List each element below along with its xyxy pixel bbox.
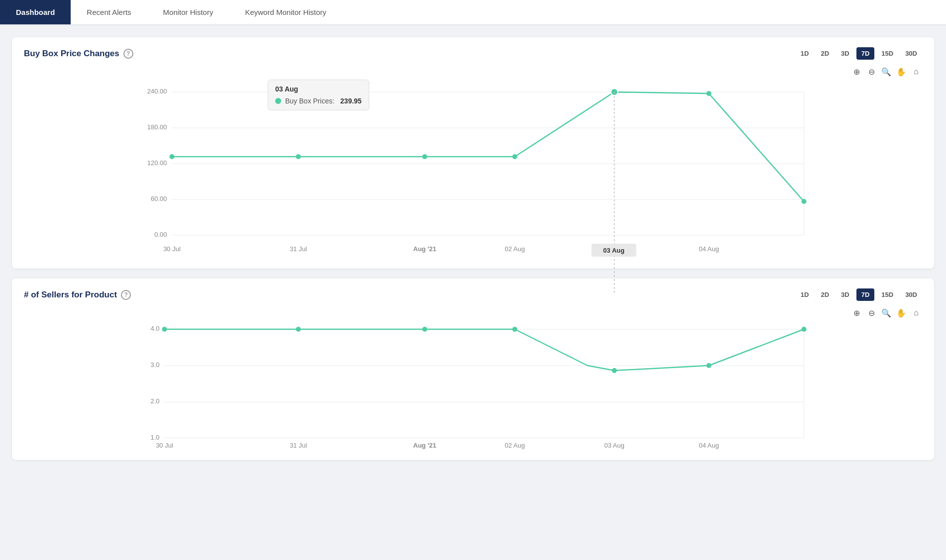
chart1-zoom-out-icon[interactable]: ⊖ [865,66,877,78]
svg-text:2.0: 2.0 [150,397,159,405]
chart1-point-5 [707,91,712,96]
svg-text:30 Jul: 30 Jul [163,245,181,253]
chart2-pan-icon[interactable]: ✋ [895,307,907,319]
chart2-svg-wrap: 4.0 3.0 2.0 1.0 [24,321,922,452]
chart2-title: # of Sellers for Product [24,290,117,300]
chart1-period-1d[interactable]: 1D [796,47,814,60]
chart2-home-icon[interactable]: ⌂ [910,307,922,319]
svg-text:31 Jul: 31 Jul [290,442,307,449]
chart2-header: # of Sellers for Product ? 1D 2D 3D 7D 1… [24,288,922,301]
chart1-zoom-fit-icon[interactable]: 🔍 [880,66,892,78]
svg-text:3.0: 3.0 [150,361,159,369]
svg-text:03 Aug: 03 Aug [603,247,625,254]
tab-keyword-monitor-history[interactable]: Keyword Monitor History [229,0,342,24]
svg-text:04 Aug: 04 Aug [699,245,719,253]
chart1-period-7d[interactable]: 7D [856,47,875,60]
chart1-home-icon[interactable]: ⌂ [910,66,922,78]
chart2-point-2 [422,327,427,332]
svg-text:120.00: 120.00 [147,159,167,167]
chart2-period-7d[interactable]: 7D [856,288,875,301]
tab-monitor-history[interactable]: Monitor History [147,0,229,24]
chart2-svg: 4.0 3.0 2.0 1.0 [24,321,922,450]
chart1-point-3 [513,154,518,159]
chart1-point-1 [296,154,301,159]
chart2-period-3d[interactable]: 3D [836,288,854,301]
chart2-zoom-in-icon[interactable]: ⊕ [850,307,862,319]
svg-text:03 Aug: 03 Aug [604,442,625,449]
svg-text:1.0: 1.0 [150,434,159,441]
chart1-period-buttons: 1D 2D 3D 7D 15D 30D [796,47,922,60]
chart2-point-4 [612,368,617,373]
chart1-title-group: Buy Box Price Changes ? [24,49,133,59]
tab-dashboard[interactable]: Dashboard [0,0,71,24]
chart1-point-6 [802,199,807,204]
chart1-toolbar: ⊕ ⊖ 🔍 ✋ ⌂ [24,66,922,78]
svg-text:240.00: 240.00 [147,88,167,95]
buybox-chart-card: Buy Box Price Changes ? 1D 2D 3D 7D 15D … [12,37,934,269]
chart1-period-15d[interactable]: 15D [876,47,898,60]
chart1-point-0 [170,154,175,159]
chart2-period-1d[interactable]: 1D [796,288,814,301]
chart1-line [172,92,804,201]
chart1-zoom-in-icon[interactable]: ⊕ [850,66,862,78]
svg-text:4.0: 4.0 [150,325,159,332]
nav-tabs: Dashboard Recent Alerts Monitor History … [0,0,946,25]
chart1-header: Buy Box Price Changes ? 1D 2D 3D 7D 15D … [24,47,922,60]
chart1-svg-wrap: 03 Aug Buy Box Prices: 239.95 240.00 180… [24,80,922,261]
svg-text:Aug '21: Aug '21 [413,442,436,449]
chart2-help-icon[interactable]: ? [121,290,131,300]
chart2-period-15d[interactable]: 15D [876,288,898,301]
svg-text:180.00: 180.00 [147,123,167,131]
chart1-svg: 240.00 180.00 120.00 60.00 0.00 [24,80,922,259]
svg-text:02 Aug: 02 Aug [505,442,525,449]
svg-text:Aug '21: Aug '21 [413,245,436,253]
chart2-point-5 [707,363,712,368]
chart2-zoom-fit-icon[interactable]: 🔍 [880,307,892,319]
chart1-point-2 [422,154,427,159]
chart1-period-30d[interactable]: 30D [900,47,922,60]
chart2-zoom-out-icon[interactable]: ⊖ [865,307,877,319]
chart2-period-2d[interactable]: 2D [816,288,834,301]
svg-text:30 Jul: 30 Jul [156,442,173,449]
chart2-period-30d[interactable]: 30D [900,288,922,301]
svg-text:04 Aug: 04 Aug [699,442,719,449]
chart2-toolbar: ⊕ ⊖ 🔍 ✋ ⌂ [24,307,922,319]
chart2-point-0 [162,327,167,332]
chart2-point-3 [513,327,518,332]
sellers-chart-card: # of Sellers for Product ? 1D 2D 3D 7D 1… [12,279,934,460]
chart1-period-2d[interactable]: 2D [816,47,834,60]
chart2-point-6 [802,327,807,332]
svg-text:02 Aug: 02 Aug [505,245,525,253]
chart2-period-buttons: 1D 2D 3D 7D 15D 30D [796,288,922,301]
tab-recent-alerts[interactable]: Recent Alerts [71,0,147,24]
chart1-title: Buy Box Price Changes [24,49,119,59]
chart1-period-3d[interactable]: 3D [836,47,854,60]
chart2-point-1 [296,327,301,332]
svg-text:60.00: 60.00 [151,195,167,202]
svg-text:0.00: 0.00 [154,231,167,238]
chart1-help-icon[interactable]: ? [123,49,133,59]
chart2-title-group: # of Sellers for Product ? [24,290,131,300]
svg-text:31 Jul: 31 Jul [290,245,307,253]
chart1-pan-icon[interactable]: ✋ [895,66,907,78]
main-content: Buy Box Price Changes ? 1D 2D 3D 7D 15D … [0,25,946,560]
